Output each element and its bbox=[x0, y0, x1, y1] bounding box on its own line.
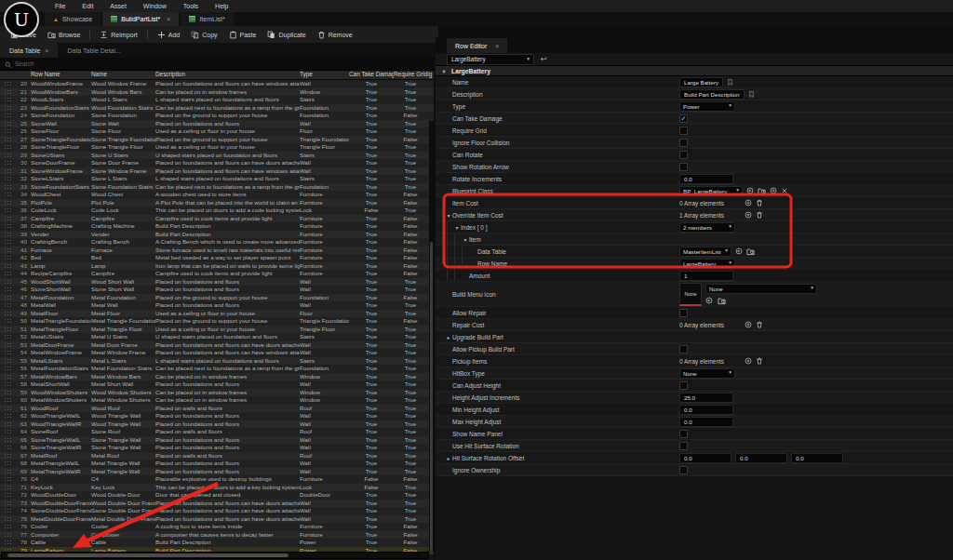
drag-handle-icon[interactable] bbox=[4, 113, 12, 118]
table-row-StoneWindowFrame[interactable]: 31StoneWindowFrameStone Window FramePlac… bbox=[0, 167, 434, 176]
drag-handle-icon[interactable] bbox=[4, 128, 12, 134]
table-row-MetalLStairs[interactable]: 55MetalLStairsMetal L StairsL shaped sta… bbox=[0, 357, 434, 366]
drag-handle-icon[interactable] bbox=[4, 121, 12, 127]
use-selected-icon[interactable] bbox=[746, 187, 754, 194]
table-row-MetalFloor[interactable]: 49MetalFloorMetal FloorUsed as a ceiling… bbox=[0, 310, 434, 318]
checkbox-unchecked[interactable] bbox=[679, 151, 688, 159]
table-row-MetalTriangleFoundatio[interactable]: 50MetalTriangleFoundatioMetal Triangle F… bbox=[0, 317, 434, 326]
drag-handle-icon[interactable] bbox=[4, 302, 12, 308]
column-header-name[interactable]: Name bbox=[91, 71, 155, 79]
drag-handle-icon[interactable] bbox=[4, 311, 12, 316]
drag-handle-icon[interactable] bbox=[4, 279, 12, 285]
menu-file[interactable]: File bbox=[47, 0, 74, 12]
plus-circle-icon[interactable] bbox=[745, 211, 752, 219]
table-vertical-scrollbar[interactable] bbox=[429, 121, 434, 552]
plus-circle-icon[interactable] bbox=[745, 321, 752, 328]
drag-handle-icon[interactable] bbox=[4, 200, 12, 206]
struct-section-header[interactable]: ▾ LargeBattery bbox=[436, 66, 953, 76]
dropdown[interactable]: None▾ bbox=[705, 284, 817, 294]
table-row-MetalWindowShutters[interactable]: 60MetalWindowShuttersMetal Window Shutte… bbox=[0, 396, 434, 405]
reset-to-default-icon[interactable]: ↩ bbox=[541, 56, 547, 63]
drag-handle-icon[interactable] bbox=[4, 476, 12, 482]
checkbox-unchecked[interactable] bbox=[679, 345, 688, 353]
clear-icon[interactable] bbox=[781, 187, 788, 194]
table-row-MetalWindowBars[interactable]: 57MetalWindowBarsMetal Window BarsCan be… bbox=[0, 373, 434, 381]
drag-handle-icon[interactable] bbox=[4, 516, 12, 522]
drag-handle-icon[interactable] bbox=[4, 232, 12, 237]
value-input[interactable]: 1 bbox=[679, 271, 733, 281]
table-row-WoodChest[interactable]: 34WoodChestWood ChestA wooden chest used… bbox=[0, 191, 434, 199]
drag-handle-icon[interactable] bbox=[4, 381, 12, 387]
column-header-description[interactable]: Description bbox=[155, 71, 300, 79]
menu-help[interactable]: Help bbox=[207, 0, 236, 12]
scrollbar-thumb[interactable] bbox=[7, 553, 289, 557]
asset-thumbnail[interactable]: None bbox=[679, 283, 702, 306]
table-row-WoodWindowBars[interactable]: 21WoodWindowBarsWood Window BarsCan be p… bbox=[0, 88, 434, 97]
copy-button[interactable]: Copy bbox=[185, 29, 222, 41]
checkbox-unchecked[interactable] bbox=[679, 163, 688, 171]
table-row-Vender[interactable]: 39VenderVenderBuild Part DescriptionFurn… bbox=[0, 231, 434, 239]
drag-handle-icon[interactable] bbox=[4, 105, 12, 111]
table-row-MetalDoorFrame[interactable]: 53MetalDoorFrameMetal Door FramePlaced o… bbox=[0, 341, 434, 350]
table-row-StoneRoof[interactable]: 64StoneRoofStone RoofPlaced on walls and… bbox=[0, 428, 434, 436]
drag-handle-icon[interactable] bbox=[4, 390, 12, 395]
table-row-StoneFloor[interactable]: 26StoneFloorStone FloorUsed as a ceiling… bbox=[0, 127, 434, 136]
drag-handle-icon[interactable] bbox=[4, 374, 12, 380]
expander-closed-icon[interactable]: ▸ bbox=[445, 455, 452, 461]
table-row-MetalWindowFrame[interactable]: 54MetalWindowFrameMetal Window FramePlac… bbox=[0, 349, 434, 357]
table-row-MetalTriangleWallL[interactable]: 68MetalTriangleWallLMetal Triangle WallP… bbox=[0, 460, 434, 468]
table-horizontal-scrollbar[interactable] bbox=[1, 552, 429, 559]
table-row-PlotPole[interactable]: 35PlotPolePlot PoleA Plot Pole that can … bbox=[0, 199, 434, 207]
table-row-StoneFoundation[interactable]: 24StoneFoundationStone FoundationPlaced … bbox=[0, 112, 434, 120]
drag-handle-icon[interactable] bbox=[4, 144, 12, 150]
drag-handle-icon[interactable] bbox=[4, 500, 12, 506]
drag-handle-icon[interactable] bbox=[4, 263, 12, 269]
table-row-CraftingBench[interactable]: 40CraftingBenchCrafting BenchA Crafting … bbox=[0, 238, 434, 247]
table-row-MetalUStairs[interactable]: 52MetalUStairsMetal U StairsU shaped sta… bbox=[0, 333, 434, 341]
drag-handle-icon[interactable] bbox=[4, 358, 12, 364]
use-selected-icon[interactable] bbox=[705, 297, 713, 304]
value-input[interactable]: Large Battery bbox=[679, 77, 723, 87]
drag-handle-icon[interactable] bbox=[4, 239, 12, 245]
table-row-WoodFoundationStairs[interactable]: 23WoodFoundationStairsWood Foundation St… bbox=[0, 104, 434, 113]
drag-handle-icon[interactable] bbox=[4, 176, 12, 181]
plus-circle-icon[interactable] bbox=[745, 199, 752, 207]
drag-handle-icon[interactable] bbox=[4, 460, 12, 466]
checkbox-unchecked[interactable] bbox=[679, 442, 688, 450]
table-row-KeyLock[interactable]: 71KeyLockKey LockThis can be placed on d… bbox=[0, 484, 434, 492]
dropdown[interactable]: BP_LargeBattery▾ bbox=[679, 186, 743, 196]
table-row-StoneWall[interactable]: 25StoneWallStone WallPlaced on foundatio… bbox=[0, 120, 434, 128]
drag-handle-icon[interactable] bbox=[4, 342, 12, 348]
drag-handle-icon[interactable] bbox=[4, 397, 12, 403]
drag-handle-icon[interactable] bbox=[4, 532, 12, 538]
table-row-MetalRoof[interactable]: 67MetalRoofMetal RoofPlaced on walls and… bbox=[0, 452, 434, 460]
close-icon[interactable]: × bbox=[45, 47, 48, 54]
table-row-WoodWindowShutters[interactable]: 59WoodWindowShuttersWood Window Shutters… bbox=[0, 389, 434, 397]
table-row-StoneDoorFrame[interactable]: 30StoneDoorFrameStone Door FramePlaced o… bbox=[0, 159, 434, 167]
drag-handle-icon[interactable] bbox=[4, 207, 12, 213]
dropdown[interactable]: Power▾ bbox=[679, 101, 735, 112]
plus-circle-icon[interactable] bbox=[770, 187, 777, 194]
table-row-StoneDoubleDoorFrame[interactable]: 74StoneDoubleDoorFrameStone Double Door … bbox=[0, 507, 434, 515]
value-input[interactable]: 0.0 bbox=[679, 174, 733, 184]
table-row-Composter[interactable]: 77ComposterComposterA composter that cau… bbox=[0, 531, 434, 540]
table-row-MetalShortWall[interactable]: 58MetalShortWallMetal Short WallPlaced o… bbox=[0, 380, 434, 389]
table-row-MetalFoundationStairs[interactable]: 56MetalFoundationStairsMetal Foundation … bbox=[0, 365, 434, 373]
checkbox-unchecked[interactable] bbox=[679, 430, 688, 438]
tab-data-table-detai[interactable]: Data Table Detai... bbox=[58, 43, 129, 58]
table-row-WoodTriangleWallR[interactable]: 63WoodTriangleWallRWood Triangle WallPla… bbox=[0, 420, 434, 429]
table-row-WoodLStairs[interactable]: 22WoodLStairsWood L StairsL shaped stair… bbox=[0, 96, 434, 104]
expander-open-icon[interactable]: ▾ bbox=[445, 212, 452, 219]
drag-handle-icon[interactable] bbox=[4, 421, 12, 427]
drag-handle-icon[interactable] bbox=[4, 508, 12, 513]
table-row-StoneShortWall[interactable]: 46StoneShortWallStone Short WallPlaced o… bbox=[0, 286, 434, 294]
row-selector-dropdown[interactable]: LargeBattery ▾ bbox=[447, 54, 534, 65]
reimport-button[interactable]: Reimport bbox=[94, 29, 142, 41]
drag-handle-icon[interactable] bbox=[4, 524, 12, 529]
column-header-row-name[interactable]: Row Name bbox=[31, 71, 91, 79]
drag-handle-icon[interactable] bbox=[4, 437, 12, 443]
plus-circle-icon[interactable] bbox=[745, 357, 752, 365]
checkbox-unchecked[interactable] bbox=[679, 139, 688, 147]
table-row-StoneTriangleFoundatio[interactable]: 27StoneTriangleFoundatioStone Triangle F… bbox=[0, 136, 434, 144]
drag-handle-icon[interactable] bbox=[4, 445, 12, 450]
